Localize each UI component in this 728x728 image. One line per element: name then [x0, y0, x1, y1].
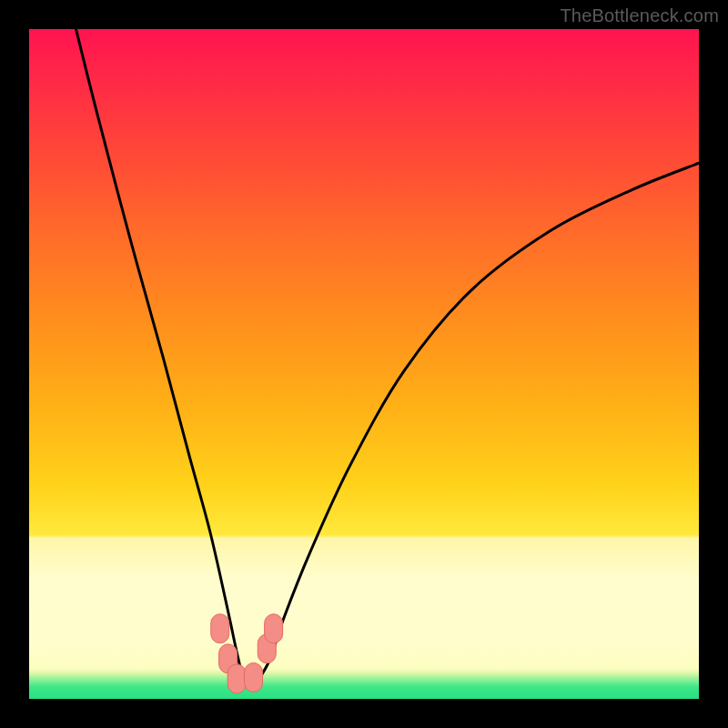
data-marker — [228, 664, 246, 693]
data-marker — [265, 614, 283, 643]
data-marker — [211, 614, 229, 643]
data-marker — [245, 662, 263, 692]
watermark-text: TheBottleneck.com — [560, 5, 719, 26]
chart-frame: TheBottleneck.com — [0, 0, 728, 728]
curve-markers — [211, 614, 283, 693]
chart-svg — [29, 29, 699, 699]
curve-line — [76, 29, 699, 689]
plot-area — [29, 29, 699, 699]
